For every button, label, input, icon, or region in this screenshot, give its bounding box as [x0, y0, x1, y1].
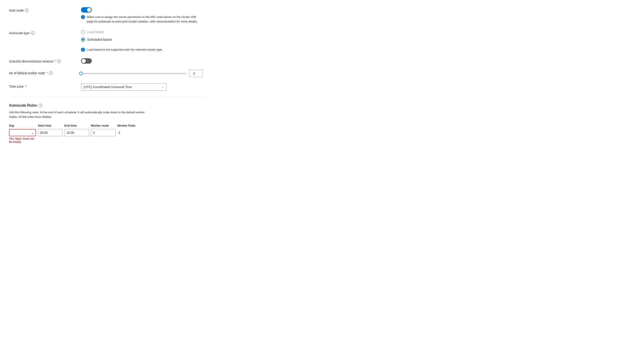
default-worker-info-icon[interactable]: i	[49, 71, 53, 75]
auto-scale-toggle-track	[81, 7, 92, 12]
col-header-end-time: End time	[64, 124, 89, 127]
col-header-worker-node: Worker node	[91, 124, 116, 127]
graceful-decommission-row: Graceful decommission timeout * i	[9, 58, 207, 64]
autoscale-rules-description: Add the following rules. At the end of e…	[9, 110, 149, 120]
default-worker-control: 3	[81, 70, 207, 77]
radio-load-based-input	[81, 30, 85, 34]
time-zone-label: Time zone *	[9, 84, 81, 88]
radio-scheduled-based-label: Scheduled based	[87, 38, 112, 41]
end-time-cell: 10:00	[64, 129, 89, 136]
section-divider	[9, 97, 207, 97]
day-error-message: The 'days' must not be empty.	[9, 137, 36, 144]
autoscale-type-radio-group: Load based Scheduled based i Load based …	[81, 30, 207, 52]
autoscale-type-warning: i Load based is not supported with the s…	[81, 48, 203, 52]
autoscale-type-info-icon[interactable]: i	[31, 31, 35, 35]
autoscale-rules-table: Day Start time End time Worker node Work…	[9, 124, 171, 144]
graceful-decommission-control	[81, 58, 207, 64]
time-zone-label-text: Time zone	[9, 85, 24, 88]
start-time-cell: 09:00	[38, 129, 63, 136]
day-dropdown[interactable]: ⌄	[9, 129, 36, 136]
time-zone-selected-value: (UTC) Coordinated Universal Time	[84, 85, 132, 89]
radio-scheduled-based-input	[81, 38, 85, 42]
default-worker-required: *	[46, 71, 48, 75]
graceful-decommission-label-text: Graceful decommission timeout	[9, 60, 53, 63]
auto-scale-info-message: i Make sure to assign the owner permissi…	[81, 15, 203, 24]
auto-scale-toggle[interactable]	[81, 7, 92, 12]
radio-scheduled-based[interactable]: Scheduled based	[81, 38, 207, 42]
time-zone-dropdown[interactable]: (UTC) Coordinated Universal Time ⌄	[81, 84, 167, 90]
worker-node-value-input[interactable]: 3	[189, 70, 203, 77]
auto-scale-row: Auto scale i i Make sure to assign the o…	[9, 7, 207, 24]
autoscale-type-label: Autoscale type i	[9, 30, 81, 35]
graceful-decommission-toggle-thumb	[82, 59, 86, 63]
worker-node-slider-thumb[interactable]	[79, 72, 83, 75]
graceful-decommission-toggle[interactable]	[81, 58, 92, 64]
worker-node-input[interactable]: 3	[91, 129, 116, 136]
col-header-day: Day	[9, 124, 36, 127]
autoscale-type-warning-text: Load based is not supported with the sel…	[87, 48, 163, 52]
autoscale-rules-heading: Autoscale Rules i	[9, 104, 207, 108]
col-header-start-time: Start time	[38, 124, 63, 127]
autoscale-rules-heading-text: Autoscale Rules	[9, 104, 37, 108]
autoscale-rules-section: Autoscale Rules i Add the following rule…	[9, 104, 207, 144]
auto-scale-label: Auto scale i	[9, 7, 81, 12]
graceful-decommission-label: Graceful decommission timeout * i	[9, 58, 81, 63]
start-time-input[interactable]: 09:00	[38, 129, 63, 136]
radio-load-based[interactable]: Load based	[81, 30, 207, 34]
time-zone-control: (UTC) Coordinated Universal Time ⌄	[81, 84, 207, 90]
auto-scale-control: i Make sure to assign the owner permissi…	[81, 7, 207, 24]
worker-pods-cell: 3	[118, 129, 140, 136]
col-header-worker-pods: Worker Pods	[118, 124, 140, 127]
auto-scale-toggle-thumb	[87, 8, 91, 12]
autoscale-rules-info-icon[interactable]: i	[39, 104, 42, 107]
time-zone-row: Time zone * (UTC) Coordinated Universal …	[9, 84, 207, 90]
default-worker-node-label: No of default worker node * i	[9, 70, 81, 75]
auto-scale-label-text: Auto scale	[9, 8, 24, 12]
worker-node-slider-container: 3	[81, 70, 203, 77]
autoscale-type-control: Load based Scheduled based i Load based …	[81, 30, 207, 52]
info-circle-icon: i	[81, 15, 85, 19]
time-zone-required: *	[25, 85, 26, 88]
auto-scale-info-icon[interactable]: i	[25, 8, 29, 12]
worker-node-cell: 3	[91, 129, 116, 136]
autoscale-type-label-text: Autoscale type	[9, 31, 30, 35]
default-worker-node-row: No of default worker node * i 3	[9, 70, 207, 77]
graceful-decommission-required: *	[55, 60, 56, 63]
table-row: ⌄ The 'days' must not be empty. 09:00 10…	[9, 129, 171, 144]
day-cell: ⌄ The 'days' must not be empty.	[9, 129, 36, 144]
autoscale-type-row: Autoscale type i Load based Scheduled ba…	[9, 30, 207, 52]
time-zone-chevron-icon: ⌄	[162, 86, 164, 88]
end-time-input[interactable]: 10:00	[64, 129, 89, 136]
default-worker-node-label-text: No of default worker node	[9, 71, 45, 75]
radio-scheduled-dot	[82, 39, 84, 40]
radio-load-based-label: Load based	[87, 30, 104, 34]
autoscale-type-warning-icon: i	[81, 48, 85, 52]
table-header-row: Day Start time End time Worker node Work…	[9, 124, 171, 127]
graceful-decommission-info-icon[interactable]: i	[57, 60, 61, 63]
day-dropdown-chevron-icon: ⌄	[31, 131, 34, 134]
auto-scale-info-text: Make sure to assign the owner permission…	[87, 15, 203, 24]
worker-node-slider-track[interactable]	[81, 73, 186, 74]
graceful-decommission-toggle-track	[81, 58, 92, 64]
worker-pods-value: 3	[118, 129, 140, 136]
